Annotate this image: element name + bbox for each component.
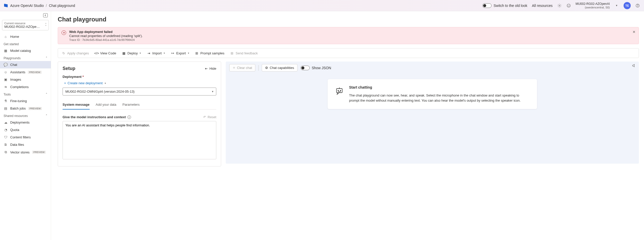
breadcrumb-root[interactable]: Azure OpenAI Studio	[10, 4, 44, 8]
tab-add-data[interactable]: Add your data	[96, 101, 116, 109]
sidebar-item-assistants[interactable]: ☺AssistantsPREVIEW	[0, 68, 51, 76]
export-button[interactable]: ↦Export▾	[168, 50, 192, 57]
settings-icon[interactable]	[557, 3, 562, 8]
help-icon[interactable]	[635, 3, 640, 8]
bot-icon	[335, 86, 344, 95]
action-toolbar: ↻Apply changes </>View Code ▦Deploy▾ ⇥Im…	[58, 48, 639, 58]
images-icon: ▣	[4, 78, 8, 81]
home-icon: ⌂	[4, 35, 8, 39]
chevron-up-icon: ˄	[46, 56, 47, 60]
file-icon: 🗎	[4, 143, 8, 147]
sidebar-item-images[interactable]: ▣Images	[0, 76, 51, 83]
shield-icon: 🛡	[4, 135, 8, 139]
prompt-samples-button[interactable]: ⊞Prompt samples	[192, 50, 227, 57]
undo-icon: ↶	[203, 115, 206, 119]
gear-icon: ⚙	[265, 66, 268, 70]
sidebar-section-shared[interactable]: Shared resources˄	[0, 112, 51, 119]
show-json-label: Show JSON	[312, 66, 331, 70]
sidebar-item-home[interactable]: ⌂Home	[0, 33, 51, 40]
chevron-down-icon[interactable]: ▾	[614, 3, 619, 8]
vector-icon: ⧉	[4, 150, 8, 154]
azure-logo-icon	[4, 4, 8, 7]
setup-tabs: System message Add your data Parameters	[63, 101, 216, 110]
import-icon: ⇥	[147, 51, 151, 55]
chat-panel: ✧Clear chat ⚙Chat capabilities Show JSON	[226, 62, 639, 164]
sidebar-item-fine-tuning[interactable]: ⚗Fine-tuning	[0, 97, 51, 105]
export-icon: ↦	[171, 51, 175, 55]
sync-icon: ↻	[62, 51, 66, 55]
feedback-icon: ⊞	[230, 51, 234, 55]
setup-panel: Setup ⇤Hide Deployment * +Create new dep…	[58, 62, 221, 166]
create-deployment-link[interactable]: +Create new deployment▾	[63, 80, 216, 88]
svg-point-2	[568, 5, 568, 5]
sidebar-section-playgrounds[interactable]: Playgrounds˄	[0, 54, 51, 61]
sidebar-item-chat[interactable]: 💬Chat	[0, 61, 51, 68]
grid-icon: ▦	[122, 51, 126, 55]
svg-point-3	[569, 5, 569, 5]
info-icon[interactable]: i	[127, 115, 131, 119]
hide-setup-button[interactable]: ⇤Hide	[205, 67, 216, 70]
sidebar-section-tools[interactable]: Tools˄	[0, 91, 51, 97]
sidebar-item-deployments[interactable]: ☁Deployments	[0, 119, 51, 126]
batch-icon: ▤	[4, 106, 8, 110]
chevron-up-icon: ˄	[46, 114, 47, 118]
avatar[interactable]: TE	[624, 2, 631, 9]
plus-icon: +	[64, 81, 66, 85]
account-info[interactable]: MU002-RG02-AZOpenAI (swedencentral, S0)	[576, 2, 610, 9]
sidebar-item-data-files[interactable]: 🗎Data files	[0, 141, 51, 148]
svg-point-8	[340, 90, 341, 91]
sidebar-item-batch-jobs[interactable]: ▤Batch jobsPREVIEW	[0, 105, 51, 112]
svg-point-5	[638, 6, 638, 7]
speaker-icon[interactable]	[632, 64, 636, 68]
error-icon: ✕	[62, 30, 66, 35]
view-code-button[interactable]: </>View Code	[92, 50, 119, 57]
sidebar-item-content-filters[interactable]: 🛡Content filters	[0, 134, 51, 141]
catalog-icon: ▦	[4, 49, 8, 53]
cloud-icon: ☁	[4, 121, 8, 124]
chevron-up-icon: ˄	[46, 93, 47, 96]
system-message-label: Give the model instructions and contexti	[63, 115, 131, 119]
sidebar-collapse-button[interactable]	[43, 13, 48, 17]
deploy-button[interactable]: ▦Deploy▾	[119, 50, 144, 57]
setup-heading: Setup	[63, 66, 75, 71]
chevron-down-icon: ▾	[212, 90, 213, 93]
top-bar: Azure OpenAI Studio / Chat playground Sw…	[0, 0, 644, 11]
deployment-dropdown[interactable]: MU002-RG02-OMNIGpt4 (version:2024-05-13)…	[63, 88, 216, 95]
completions-icon: ≋	[4, 85, 8, 89]
chat-capabilities-button[interactable]: ⚙Chat capabilities	[262, 64, 297, 71]
error-title: Web App deployment failed	[69, 30, 143, 34]
resource-picker[interactable]: Current resource MU002-RG02-AZOpen... ˄˅	[2, 20, 49, 30]
sidebar-item-completions[interactable]: ≋Completions	[0, 83, 51, 91]
main-content: Chat playground ✕ Web App deployment fai…	[51, 11, 644, 240]
breadcrumb: Azure OpenAI Studio / Chat playground	[10, 4, 75, 8]
divider	[258, 65, 259, 71]
sidebar-item-vector-stores[interactable]: ⧉Vector storesPREVIEW	[0, 148, 51, 156]
sidebar-item-model-catalog[interactable]: ▦Model catalog	[0, 47, 51, 54]
sidebar: Current resource MU002-RG02-AZOpen... ˄˅…	[0, 11, 51, 240]
import-button[interactable]: ⇥Import▾	[144, 50, 168, 57]
all-resources-link[interactable]: All resources	[532, 4, 553, 8]
chevron-updown-icon: ˄˅	[45, 23, 46, 27]
chevron-down-icon: ▾	[105, 82, 106, 85]
tab-parameters[interactable]: Parameters	[122, 101, 139, 109]
reset-button: ↶Reset	[203, 115, 216, 119]
tab-system-message[interactable]: System message	[63, 101, 90, 110]
assistant-icon: ☺	[4, 70, 8, 74]
apply-changes-button: ↻Apply changes	[59, 50, 91, 57]
sidebar-item-quota[interactable]: ◔Quota	[0, 126, 51, 134]
system-message-textarea[interactable]	[63, 121, 216, 159]
start-chat-card: Start chatting The chat playground can n…	[328, 79, 537, 109]
svg-point-0	[559, 5, 560, 6]
page-title: Chat playground	[58, 16, 639, 23]
error-banner: ✕ Web App deployment failed Cannot read …	[58, 27, 639, 44]
close-icon[interactable]: ✕	[633, 30, 636, 34]
breadcrumb-separator: /	[46, 4, 47, 8]
feedback-face-icon[interactable]	[566, 3, 571, 8]
account-region: (swedencentral, S0)	[576, 6, 610, 9]
start-chat-title: Start chatting	[349, 85, 530, 89]
account-name: MU002-RG02-AZOpenAI	[576, 2, 610, 6]
old-look-toggle[interactable]	[482, 3, 492, 8]
quota-icon: ◔	[4, 128, 8, 132]
show-json-toggle[interactable]	[301, 66, 310, 70]
chevron-down-icon: ▾	[164, 52, 165, 54]
